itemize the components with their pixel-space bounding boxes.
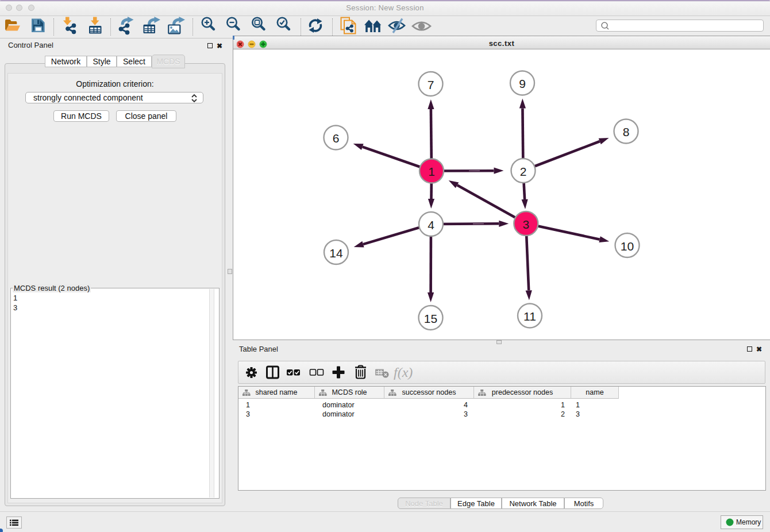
svg-text:f(x): f(x) xyxy=(394,365,413,380)
svg-text:11: 11 xyxy=(523,310,536,323)
svg-text:1: 1 xyxy=(428,165,435,178)
svg-text:4: 4 xyxy=(428,218,434,232)
svg-text:3: 3 xyxy=(522,218,529,231)
svg-text:8: 8 xyxy=(623,125,630,138)
svg-text:10: 10 xyxy=(621,240,634,253)
svg-text:2: 2 xyxy=(520,165,527,178)
svg-text:6: 6 xyxy=(333,132,340,145)
svg-text:15: 15 xyxy=(424,312,437,325)
svg-text:14: 14 xyxy=(329,246,343,260)
svg-text:9: 9 xyxy=(519,77,526,90)
svg-text:7: 7 xyxy=(428,78,434,91)
